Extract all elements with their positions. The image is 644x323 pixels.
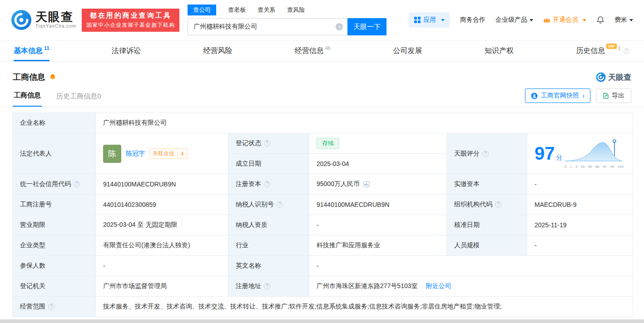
help-icon[interactable]	[482, 151, 489, 157]
brand-domain: TianYanCha.com	[35, 24, 76, 29]
label-business-scope: 经营范围	[13, 297, 96, 317]
subtab-business-info[interactable]: 工商信息	[13, 87, 42, 107]
label-reg-authority: 登记机关	[13, 276, 96, 297]
company-section-tabs: 基本信息 11 法律诉讼 经营风险 经营信息 46 公司发展 知识产权 历史信息…	[0, 40, 644, 62]
legal-rep-link[interactable]: 陈冠宇	[126, 150, 145, 158]
score-unit: 分	[556, 154, 563, 162]
tab-intellectual-property[interactable]: 知识产权	[485, 40, 514, 61]
search-type-tabs: 查公司 查老板 查关系 查风险	[188, 5, 386, 15]
value-industry: 科技推广和应用服务业	[309, 235, 447, 256]
search-button[interactable]: 天眼一下	[347, 18, 386, 35]
help-icon[interactable]	[264, 181, 270, 187]
label-paid-capital: 实缴资本	[447, 174, 527, 195]
value-approval-date: 2025-11-19	[527, 215, 633, 235]
grid-icon	[414, 17, 421, 23]
legal-rep-avatar[interactable]: 陈	[103, 145, 121, 163]
value-credit-code: 91440100MAECDRUB9N	[96, 174, 228, 195]
tianyancha-logo-icon	[11, 10, 32, 30]
chevron-down-icon	[629, 19, 633, 21]
export-icon	[603, 93, 609, 99]
score-distribution-chart: 01 315 5085 9799 100	[565, 138, 624, 169]
value-reg-status: 存续	[309, 133, 447, 154]
value-reg-number: 440101402300859	[96, 195, 228, 215]
help-icon[interactable]	[74, 181, 80, 187]
chevron-down-icon	[530, 19, 533, 21]
tab-history-info[interactable]: 历史信息 VIP 1	[576, 40, 629, 61]
table-row: 参保人数 - 英文名称 -	[13, 256, 633, 276]
help-icon[interactable]	[264, 140, 270, 147]
table-row: 营业期限 2025-03-04 至 无固定期限 纳税人资质 - 核准日期 202…	[13, 215, 633, 235]
value-legal-rep: 陈 陈冠宇 关联企业 4	[96, 133, 228, 174]
help-icon[interactable]	[264, 283, 270, 289]
label-reg-status: 登记状态	[228, 133, 309, 154]
label-org-code: 组织机构代码	[447, 195, 527, 215]
business-info-table: 企业名称 广州穗耕科技有限公司 法定代表人 陈 陈冠宇 关联企业 4 登记状态 …	[12, 113, 633, 317]
label-reg-number: 工商注册号	[13, 195, 96, 215]
value-reg-address: 广州市海珠区新港东路277号5103室 附近公司	[309, 276, 633, 297]
tab-basic-info[interactable]: 基本信息 11	[14, 40, 50, 61]
help-icon[interactable]	[495, 201, 501, 208]
tianyancha-logo[interactable]: 天眼查 TianYanCha.com	[11, 10, 76, 30]
subtab-history-business-info[interactable]: 历史工商信息0	[55, 88, 102, 107]
table-row: 经营范围 技术服务、技术开发、技术咨询、技术交流、技术转让、技术推广;软件开发;…	[13, 297, 633, 317]
nav-open-vip[interactable]: 开通会员	[543, 16, 586, 24]
tab-legal-proceedings[interactable]: 法律诉讼	[112, 40, 141, 61]
value-business-scope: 技术服务、技术开发、技术咨询、技术交流、技术转让、技术推广;软件开发;信息系统集…	[96, 297, 633, 317]
label-business-term: 营业期限	[13, 215, 96, 235]
value-org-code: MAECDRUB-9	[527, 195, 633, 215]
tianyancha-watermark: 天眼查	[596, 72, 631, 83]
tab-operating-risk[interactable]: 经营风险	[203, 40, 232, 61]
tab-company-development[interactable]: 公司发展	[393, 40, 422, 61]
label-company-type: 企业类型	[13, 235, 96, 256]
nav-enterprise-products[interactable]: 企业级产品	[495, 16, 533, 24]
chevron-down-icon	[441, 19, 445, 21]
value-establish-date: 2025-03-04	[309, 154, 447, 174]
help-icon[interactable]	[48, 303, 54, 310]
notifications-bell-icon[interactable]	[596, 16, 604, 24]
related-companies-badge[interactable]: 关联企业 4	[149, 148, 188, 159]
search-tab-relation[interactable]: 查关系	[258, 5, 275, 15]
label-tyc-score: 天眼评分	[447, 133, 527, 174]
table-row: 法定代表人 陈 陈冠宇 关联企业 4 登记状态 存续 天眼评分 97	[13, 133, 633, 154]
search-area: 查公司 查老板 查关系 查风险 天眼一下	[188, 5, 386, 35]
person-badge-icon	[531, 93, 538, 99]
value-taxpayer-id: 91440100MAECDRUB9N	[309, 195, 447, 215]
value-reg-authority: 广州市市场监督管理局	[96, 276, 228, 297]
crown-icon	[543, 17, 550, 23]
nearby-companies-link[interactable]: 附近公司	[426, 282, 451, 289]
capital-detail-icon[interactable]	[363, 181, 370, 187]
top-header: 天眼查 TianYanCha.com 都在用的商业查询工具 国家中小企业发展子基…	[0, 0, 644, 40]
score-axis-labels: 01 315 5085 9799 100	[565, 165, 624, 169]
search-box	[188, 18, 347, 35]
header-nav: 应用 商务合作 企业级产品 开通会员 费米	[409, 12, 633, 28]
label-reg-address: 注册地址	[228, 276, 309, 297]
value-reg-capital: 95000万人民币	[309, 174, 447, 195]
score-curve	[565, 138, 624, 163]
table-row: 企业类型 有限责任公司(港澳台法人独资) 行业 科技推广和应用服务业 人员规模 …	[13, 235, 633, 256]
subtab-row: 工商信息 历史工商信息0 工商官网快照 导出	[0, 87, 644, 107]
search-tab-boss[interactable]: 查老板	[228, 5, 246, 15]
help-icon[interactable]	[624, 48, 629, 54]
nav-business-cooperation[interactable]: 商务合作	[460, 16, 485, 24]
official-snapshot-button[interactable]: 工商官网快照	[525, 88, 590, 103]
value-staff-size: -	[527, 235, 633, 256]
export-button[interactable]: 导出	[596, 88, 631, 103]
value-tyc-score: 97 分 01 315 5085 9799	[527, 133, 633, 174]
search-tab-company[interactable]: 查公司	[188, 5, 216, 15]
label-approval-date: 核准日期	[447, 215, 527, 235]
label-legal-rep: 法定代表人	[13, 133, 96, 174]
value-english-name: -	[309, 256, 633, 276]
search-tab-risk[interactable]: 查风险	[287, 5, 305, 15]
table-row: 登记机关 广州市市场监督管理局 注册地址 广州市海珠区新港东路277号5103室…	[13, 276, 633, 297]
section-header: 工商信息 天眼查	[0, 72, 644, 83]
help-icon[interactable]	[277, 201, 283, 208]
table-row: 工商注册号 440101402300859 纳税人识别号 91440100MAE…	[13, 195, 633, 215]
apps-menu[interactable]: 应用	[409, 12, 450, 28]
value-company-name: 广州穗耕科技有限公司	[96, 113, 633, 133]
tab-operating-info[interactable]: 经营信息 46	[295, 40, 331, 61]
user-menu[interactable]: 费米	[614, 16, 633, 24]
tab-count: 1	[618, 45, 621, 51]
monitor-bell-icon[interactable]	[49, 73, 56, 81]
brand-slogan-banner: 都在用的商业查询工具 国家中小企业发展子基金旗下机构	[82, 9, 179, 32]
search-input[interactable]	[188, 18, 347, 35]
